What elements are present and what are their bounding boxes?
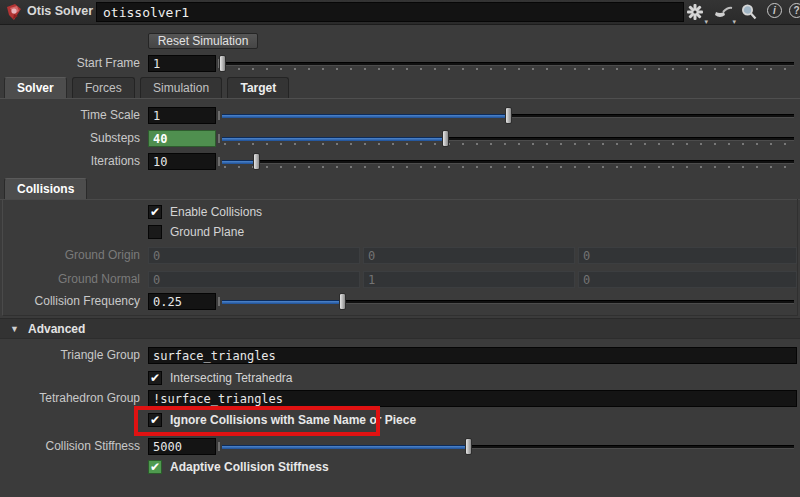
gear-menu-button[interactable]: ▾ [686,3,706,23]
tetrahedron-group-label: Tetrahedron Group [0,390,140,407]
advanced-section-header[interactable]: ▼ Advanced [0,318,800,339]
help-button[interactable]: ? [789,3,800,18]
presets-menu-arrow: ▾ [732,19,736,25]
ground-plane-row: ✔ Ground Plane [0,225,800,243]
presets-scoop-icon [714,3,733,21]
node-header: Otis Solver ▾ [0,0,800,25]
slider-handle[interactable] [442,130,449,147]
tab-target[interactable]: Target [227,77,289,98]
collision-stiffness-row: Collision Stiffness [0,438,800,456]
time-scale-label: Time Scale [0,107,140,124]
start-frame-row: Start Frame [0,55,800,73]
gear-icon [686,3,704,21]
slider-handle[interactable] [505,107,512,124]
triangle-group-label: Triangle Group [0,347,140,364]
info-button[interactable]: i [767,3,782,18]
ground-normal-y-input [363,271,575,288]
advanced-section-label: Advanced [28,322,85,336]
slider-handle[interactable] [253,153,260,170]
start-frame-input[interactable] [148,55,216,72]
collision-frequency-row: Collision Frequency [0,293,800,311]
ground-origin-row: Ground Origin [0,247,800,265]
ground-normal-z-input [578,271,797,288]
iterations-label: Iterations [0,153,140,170]
start-frame-slider[interactable] [222,55,794,72]
collapse-triangle-icon: ▼ [10,324,19,334]
search-button[interactable] [740,3,760,23]
ground-plane-checkbox[interactable]: ✔ [148,225,162,239]
reset-simulation-button[interactable]: Reset Simulation [148,33,258,49]
tab-collisions[interactable]: Collisions [4,178,87,199]
otis-node-icon [5,3,23,21]
time-scale-input[interactable] [148,107,216,124]
ignore-collisions-row: ✔ Ignore Collisions with Same Name or Pi… [0,413,800,431]
tetrahedron-group-input[interactable] [148,390,797,407]
collisions-tabbar: Collisions [0,178,800,200]
collision-frequency-label: Collision Frequency [0,293,140,310]
substeps-input[interactable] [148,130,216,147]
start-frame-label: Start Frame [0,55,140,72]
ground-plane-label: Ground Plane [170,225,244,240]
ignore-collisions-label: Ignore Collisions with Same Name or Piec… [170,413,416,428]
time-scale-row: Time Scale [0,107,800,125]
presets-button[interactable]: ▾ [714,3,734,23]
slider-handle[interactable] [339,293,346,310]
enable-collisions-checkbox[interactable]: ✔ [148,205,162,219]
tab-forces[interactable]: Forces [72,77,135,98]
gear-menu-arrow: ▾ [704,19,708,25]
slider-handle[interactable] [219,55,226,72]
time-scale-slider[interactable] [222,107,794,124]
ground-normal-x-input [148,271,360,288]
adaptive-collision-stiffness-checkbox[interactable]: ✔ [148,460,162,474]
ground-origin-label: Ground Origin [0,247,140,264]
intersecting-tetrahedra-row: ✔ Intersecting Tetrahedra [0,371,800,389]
enable-collisions-label: Enable Collisions [170,205,262,220]
collision-frequency-slider[interactable] [222,293,794,310]
collision-frequency-input[interactable] [148,293,216,310]
adaptive-collision-stiffness-row: ✔ Adaptive Collision Stiffness [0,460,800,478]
search-icon [740,3,758,21]
intersecting-tetrahedra-checkbox[interactable]: ✔ [148,371,162,385]
iterations-slider[interactable] [222,153,794,170]
tetrahedron-group-row: Tetrahedron Group [0,390,800,408]
ground-normal-label: Ground Normal [0,271,140,288]
intersecting-tetrahedra-label: Intersecting Tetrahedra [170,371,293,386]
iterations-row: Iterations [0,153,800,171]
substeps-label: Substeps [0,130,140,147]
ground-origin-x-input [148,247,360,264]
tab-simulation[interactable]: Simulation [140,77,222,98]
node-type-label: Otis Solver [27,4,93,18]
slider-handle[interactable] [465,438,472,455]
iterations-input[interactable] [148,153,216,170]
collision-stiffness-label: Collision Stiffness [0,438,140,455]
ground-origin-y-input [363,247,575,264]
tab-solver[interactable]: Solver [4,77,67,98]
ground-normal-row: Ground Normal [0,271,800,289]
enable-collisions-row: ✔ Enable Collisions [0,205,800,223]
triangle-group-input[interactable] [148,347,797,364]
substeps-slider[interactable] [222,130,794,147]
main-tabbar: Solver Forces Simulation Target [0,77,800,99]
collision-stiffness-input[interactable] [148,438,216,455]
triangle-group-row: Triangle Group [0,347,800,365]
node-name-input[interactable] [96,2,684,22]
collision-stiffness-slider[interactable] [222,438,794,455]
substeps-row: Substeps [0,130,800,148]
parameter-pane: Otis Solver ▾ [0,0,800,497]
adaptive-collision-stiffness-label: Adaptive Collision Stiffness [170,460,329,475]
ground-origin-z-input [578,247,797,264]
ignore-collisions-checkbox[interactable]: ✔ [148,413,162,427]
